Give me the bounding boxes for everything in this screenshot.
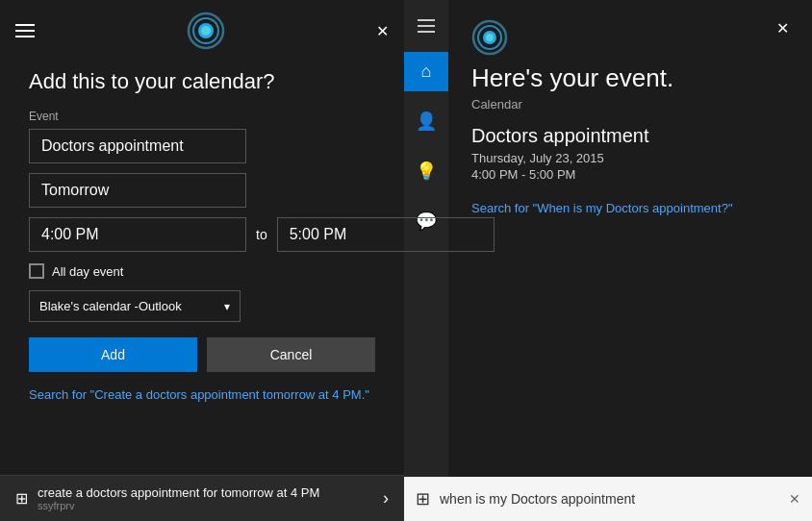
event-date-display: Thursday, July 23, 2015 xyxy=(471,151,789,165)
to-label: to xyxy=(256,227,267,242)
date-input[interactable] xyxy=(29,173,246,208)
sidebar-item-home[interactable]: ⌂ xyxy=(404,52,448,91)
arrow-right-icon: › xyxy=(383,488,389,509)
all-day-row: All day event xyxy=(29,263,375,279)
calendar-value: Blake's calendar -Outlook xyxy=(39,299,182,313)
all-day-checkbox[interactable] xyxy=(29,263,44,279)
close-button-right[interactable]: ✕ xyxy=(776,19,789,37)
calendar-dropdown[interactable]: Blake's calendar -Outlook ▾ xyxy=(29,290,241,322)
time-from-input[interactable] xyxy=(29,217,246,252)
search-bar: ⊞ ✕ xyxy=(404,477,812,521)
right-top-row: ✕ xyxy=(471,19,789,56)
bottom-text-block: create a doctors appointment for tomorro… xyxy=(38,485,319,511)
bottom-sub-text: ssyfrprv xyxy=(38,500,319,511)
bottom-suggestion[interactable]: ⊞ create a doctors appointment for tomor… xyxy=(15,485,319,511)
event-name-display: Doctors appointment xyxy=(471,125,789,147)
calendar-label: Calendar xyxy=(471,97,789,112)
right-content: ✕ Here's your event. Calendar Doctors ap… xyxy=(448,0,812,477)
svg-point-7 xyxy=(486,34,494,41)
search-link-left[interactable]: Search for "Create a doctors appointment… xyxy=(29,387,375,402)
button-row: Add Cancel xyxy=(29,337,375,372)
add-button[interactable]: Add xyxy=(29,337,197,372)
dialog-title: Add this to your calendar? xyxy=(29,69,375,94)
bottom-main-text: create a doctors appointment for tomorro… xyxy=(38,485,319,500)
hamburger-menu[interactable] xyxy=(15,24,35,37)
left-content: Add this to your calendar? Event to All … xyxy=(0,50,404,475)
sidebar-item-bulb[interactable]: 💡 xyxy=(404,151,448,191)
event-time-display: 4:00 PM - 5:00 PM xyxy=(471,167,789,182)
cortana-logo-right xyxy=(471,19,508,56)
bottom-bar: ⊞ create a doctors appointment for tomor… xyxy=(0,475,404,521)
event-header-title: Here's your event. xyxy=(471,63,789,93)
right-hamburger[interactable] xyxy=(404,10,448,42)
right-panel: ⌂ 👤 💡 💬 ✕ Here's your event. Calendar Do… xyxy=(404,0,812,521)
search-link-right[interactable]: Search for "When is my Doctors appointme… xyxy=(471,201,789,215)
left-panel: ✕ Add this to your calendar? Event to Al… xyxy=(0,0,404,521)
event-name-input[interactable] xyxy=(29,129,246,163)
all-day-label: All day event xyxy=(52,264,123,279)
windows-icon-bottom: ⊞ xyxy=(15,489,28,508)
cancel-button[interactable]: Cancel xyxy=(207,337,375,372)
time-row: to xyxy=(29,217,375,252)
cortana-logo-left xyxy=(187,12,225,50)
windows-icon-search[interactable]: ⊞ xyxy=(416,488,430,509)
close-button-left[interactable]: ✕ xyxy=(376,22,389,40)
event-label: Event xyxy=(29,110,375,123)
left-top-bar: ✕ xyxy=(0,0,404,50)
svg-point-3 xyxy=(201,26,211,36)
chevron-down-icon: ▾ xyxy=(224,300,230,313)
search-input[interactable] xyxy=(440,491,789,507)
time-to-input[interactable] xyxy=(277,217,495,252)
clear-search-icon[interactable]: ✕ xyxy=(789,491,800,507)
sidebar-item-person[interactable]: 👤 xyxy=(404,101,448,141)
